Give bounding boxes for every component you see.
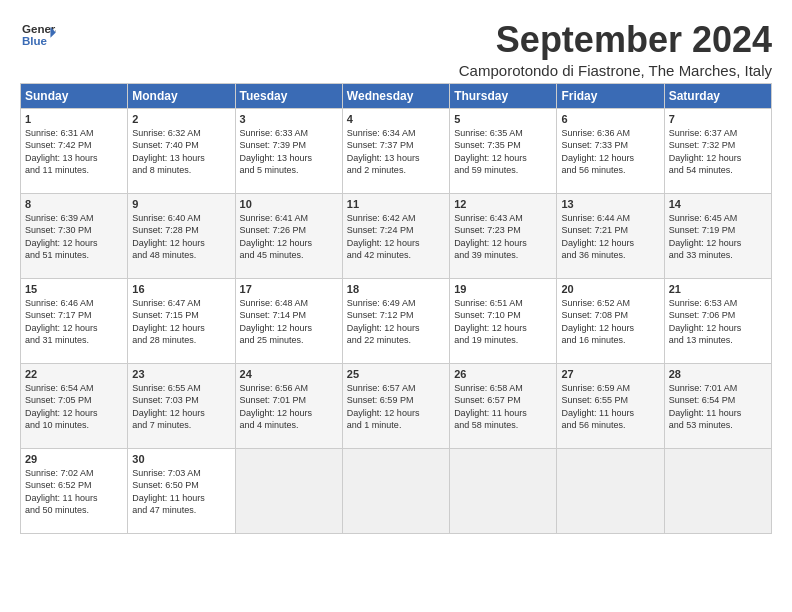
day-number: 22 xyxy=(25,368,123,380)
day-info: Sunrise: 6:40 AM Sunset: 7:28 PM Dayligh… xyxy=(132,212,230,262)
day-number: 10 xyxy=(240,198,338,210)
calendar-cell: 1Sunrise: 6:31 AM Sunset: 7:42 PM Daylig… xyxy=(21,108,128,193)
calendar-cell xyxy=(450,448,557,533)
calendar-cell: 24Sunrise: 6:56 AM Sunset: 7:01 PM Dayli… xyxy=(235,363,342,448)
day-number: 15 xyxy=(25,283,123,295)
day-number: 25 xyxy=(347,368,445,380)
day-number: 17 xyxy=(240,283,338,295)
calendar-cell: 14Sunrise: 6:45 AM Sunset: 7:19 PM Dayli… xyxy=(664,193,771,278)
day-number: 4 xyxy=(347,113,445,125)
day-info: Sunrise: 6:51 AM Sunset: 7:10 PM Dayligh… xyxy=(454,297,552,347)
day-info: Sunrise: 6:37 AM Sunset: 7:32 PM Dayligh… xyxy=(669,127,767,177)
day-info: Sunrise: 6:31 AM Sunset: 7:42 PM Dayligh… xyxy=(25,127,123,177)
calendar-cell: 6Sunrise: 6:36 AM Sunset: 7:33 PM Daylig… xyxy=(557,108,664,193)
day-info: Sunrise: 6:42 AM Sunset: 7:24 PM Dayligh… xyxy=(347,212,445,262)
day-info: Sunrise: 6:39 AM Sunset: 7:30 PM Dayligh… xyxy=(25,212,123,262)
day-number: 7 xyxy=(669,113,767,125)
day-number: 18 xyxy=(347,283,445,295)
day-number: 26 xyxy=(454,368,552,380)
calendar-cell: 23Sunrise: 6:55 AM Sunset: 7:03 PM Dayli… xyxy=(128,363,235,448)
day-info: Sunrise: 6:41 AM Sunset: 7:26 PM Dayligh… xyxy=(240,212,338,262)
day-info: Sunrise: 6:47 AM Sunset: 7:15 PM Dayligh… xyxy=(132,297,230,347)
calendar-week-row: 1Sunrise: 6:31 AM Sunset: 7:42 PM Daylig… xyxy=(21,108,772,193)
day-number: 30 xyxy=(132,453,230,465)
calendar-cell: 4Sunrise: 6:34 AM Sunset: 7:37 PM Daylig… xyxy=(342,108,449,193)
calendar-cell xyxy=(664,448,771,533)
calendar-cell: 7Sunrise: 6:37 AM Sunset: 7:32 PM Daylig… xyxy=(664,108,771,193)
day-number: 8 xyxy=(25,198,123,210)
day-info: Sunrise: 6:34 AM Sunset: 7:37 PM Dayligh… xyxy=(347,127,445,177)
calendar-cell: 17Sunrise: 6:48 AM Sunset: 7:14 PM Dayli… xyxy=(235,278,342,363)
day-number: 19 xyxy=(454,283,552,295)
day-info: Sunrise: 6:45 AM Sunset: 7:19 PM Dayligh… xyxy=(669,212,767,262)
title-block: September 2024 Camporotondo di Fiastrone… xyxy=(459,20,772,79)
weekday-header: Friday xyxy=(557,83,664,108)
day-number: 21 xyxy=(669,283,767,295)
calendar-cell: 8Sunrise: 6:39 AM Sunset: 7:30 PM Daylig… xyxy=(21,193,128,278)
day-info: Sunrise: 7:03 AM Sunset: 6:50 PM Dayligh… xyxy=(132,467,230,517)
day-info: Sunrise: 6:32 AM Sunset: 7:40 PM Dayligh… xyxy=(132,127,230,177)
day-info: Sunrise: 6:53 AM Sunset: 7:06 PM Dayligh… xyxy=(669,297,767,347)
calendar-cell xyxy=(235,448,342,533)
calendar-cell: 16Sunrise: 6:47 AM Sunset: 7:15 PM Dayli… xyxy=(128,278,235,363)
day-number: 27 xyxy=(561,368,659,380)
day-info: Sunrise: 6:44 AM Sunset: 7:21 PM Dayligh… xyxy=(561,212,659,262)
calendar-cell: 30Sunrise: 7:03 AM Sunset: 6:50 PM Dayli… xyxy=(128,448,235,533)
day-number: 14 xyxy=(669,198,767,210)
day-info: Sunrise: 6:33 AM Sunset: 7:39 PM Dayligh… xyxy=(240,127,338,177)
calendar-cell: 22Sunrise: 6:54 AM Sunset: 7:05 PM Dayli… xyxy=(21,363,128,448)
svg-text:Blue: Blue xyxy=(22,35,48,47)
calendar-cell: 20Sunrise: 6:52 AM Sunset: 7:08 PM Dayli… xyxy=(557,278,664,363)
calendar-cell: 11Sunrise: 6:42 AM Sunset: 7:24 PM Dayli… xyxy=(342,193,449,278)
calendar-cell xyxy=(342,448,449,533)
day-number: 13 xyxy=(561,198,659,210)
day-number: 24 xyxy=(240,368,338,380)
calendar-cell xyxy=(557,448,664,533)
location-title: Camporotondo di Fiastrone, The Marches, … xyxy=(459,62,772,79)
day-number: 23 xyxy=(132,368,230,380)
calendar-cell: 29Sunrise: 7:02 AM Sunset: 6:52 PM Dayli… xyxy=(21,448,128,533)
calendar-cell: 19Sunrise: 6:51 AM Sunset: 7:10 PM Dayli… xyxy=(450,278,557,363)
calendar-week-row: 15Sunrise: 6:46 AM Sunset: 7:17 PM Dayli… xyxy=(21,278,772,363)
day-info: Sunrise: 6:49 AM Sunset: 7:12 PM Dayligh… xyxy=(347,297,445,347)
day-number: 9 xyxy=(132,198,230,210)
day-info: Sunrise: 6:46 AM Sunset: 7:17 PM Dayligh… xyxy=(25,297,123,347)
weekday-header: Monday xyxy=(128,83,235,108)
day-number: 3 xyxy=(240,113,338,125)
logo-icon: General Blue xyxy=(20,20,56,52)
calendar-cell: 21Sunrise: 6:53 AM Sunset: 7:06 PM Dayli… xyxy=(664,278,771,363)
month-title: September 2024 xyxy=(459,20,772,60)
day-info: Sunrise: 6:35 AM Sunset: 7:35 PM Dayligh… xyxy=(454,127,552,177)
day-info: Sunrise: 6:52 AM Sunset: 7:08 PM Dayligh… xyxy=(561,297,659,347)
weekday-header: Thursday xyxy=(450,83,557,108)
day-number: 28 xyxy=(669,368,767,380)
weekday-header: Tuesday xyxy=(235,83,342,108)
day-number: 11 xyxy=(347,198,445,210)
day-info: Sunrise: 6:48 AM Sunset: 7:14 PM Dayligh… xyxy=(240,297,338,347)
day-number: 5 xyxy=(454,113,552,125)
day-info: Sunrise: 6:57 AM Sunset: 6:59 PM Dayligh… xyxy=(347,382,445,432)
logo: General Blue xyxy=(20,20,56,52)
calendar-body: 1Sunrise: 6:31 AM Sunset: 7:42 PM Daylig… xyxy=(21,108,772,533)
calendar-cell: 9Sunrise: 6:40 AM Sunset: 7:28 PM Daylig… xyxy=(128,193,235,278)
calendar-table: SundayMondayTuesdayWednesdayThursdayFrid… xyxy=(20,83,772,534)
calendar-cell: 18Sunrise: 6:49 AM Sunset: 7:12 PM Dayli… xyxy=(342,278,449,363)
calendar-cell: 15Sunrise: 6:46 AM Sunset: 7:17 PM Dayli… xyxy=(21,278,128,363)
calendar-cell: 13Sunrise: 6:44 AM Sunset: 7:21 PM Dayli… xyxy=(557,193,664,278)
day-info: Sunrise: 7:02 AM Sunset: 6:52 PM Dayligh… xyxy=(25,467,123,517)
calendar-week-row: 29Sunrise: 7:02 AM Sunset: 6:52 PM Dayli… xyxy=(21,448,772,533)
calendar-cell: 10Sunrise: 6:41 AM Sunset: 7:26 PM Dayli… xyxy=(235,193,342,278)
weekday-header: Wednesday xyxy=(342,83,449,108)
day-number: 29 xyxy=(25,453,123,465)
calendar-cell: 25Sunrise: 6:57 AM Sunset: 6:59 PM Dayli… xyxy=(342,363,449,448)
day-info: Sunrise: 6:59 AM Sunset: 6:55 PM Dayligh… xyxy=(561,382,659,432)
day-info: Sunrise: 6:36 AM Sunset: 7:33 PM Dayligh… xyxy=(561,127,659,177)
day-number: 12 xyxy=(454,198,552,210)
calendar-cell: 26Sunrise: 6:58 AM Sunset: 6:57 PM Dayli… xyxy=(450,363,557,448)
day-number: 20 xyxy=(561,283,659,295)
calendar-cell: 28Sunrise: 7:01 AM Sunset: 6:54 PM Dayli… xyxy=(664,363,771,448)
day-number: 1 xyxy=(25,113,123,125)
weekday-header: Saturday xyxy=(664,83,771,108)
day-info: Sunrise: 6:58 AM Sunset: 6:57 PM Dayligh… xyxy=(454,382,552,432)
day-number: 16 xyxy=(132,283,230,295)
